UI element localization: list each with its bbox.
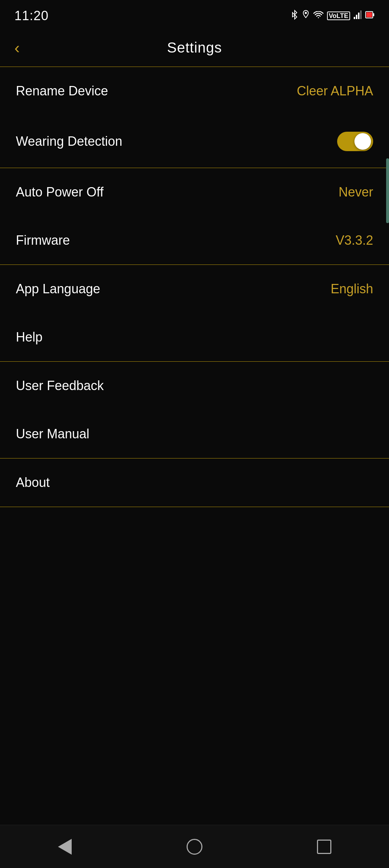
power-section: Auto Power Off Never Firmware V3.3.2 xyxy=(0,168,389,265)
auto-power-off-item[interactable]: Auto Power Off Never xyxy=(0,168,389,216)
location-icon xyxy=(302,10,310,22)
toggle-knob xyxy=(354,133,371,150)
svg-rect-7 xyxy=(373,13,374,16)
header: ‹ Settings xyxy=(0,29,389,67)
back-button[interactable]: ‹ xyxy=(14,40,20,56)
battery-icon xyxy=(365,10,375,22)
nav-back-icon xyxy=(58,839,72,855)
page-title: Settings xyxy=(167,40,222,56)
nav-home-icon xyxy=(187,839,202,855)
svg-rect-2 xyxy=(354,17,355,19)
user-manual-label: User Manual xyxy=(16,426,89,442)
bluetooth-icon xyxy=(291,10,298,22)
settings-list: Rename Device Cleer ALPHA Wearing Detect… xyxy=(0,67,389,825)
firmware-value: V3.3.2 xyxy=(336,233,373,248)
nav-back-button[interactable] xyxy=(52,834,77,859)
firmware-item[interactable]: Firmware V3.3.2 xyxy=(0,216,389,265)
device-section: Rename Device Cleer ALPHA Wearing Detect… xyxy=(0,67,389,168)
volte-icon: VoLTE xyxy=(327,12,350,20)
rename-device-value: Cleer ALPHA xyxy=(297,83,373,99)
wearing-detection-item[interactable]: Wearing Detection xyxy=(0,115,389,168)
nav-recent-icon xyxy=(317,840,331,854)
bottom-spacer xyxy=(0,507,389,825)
nav-home-button[interactable] xyxy=(182,834,207,859)
status-icons: VoLTE xyxy=(291,10,375,22)
help-label: Help xyxy=(16,330,43,345)
svg-rect-4 xyxy=(358,13,359,19)
help-item[interactable]: Help xyxy=(0,313,389,361)
support-section: User Feedback User Manual xyxy=(0,362,389,458)
wifi-icon xyxy=(313,10,323,22)
nav-bar xyxy=(0,825,389,868)
svg-rect-8 xyxy=(366,12,372,17)
wearing-detection-label: Wearing Detection xyxy=(16,134,122,149)
svg-rect-3 xyxy=(356,15,357,19)
user-feedback-label: User Feedback xyxy=(16,378,104,393)
user-feedback-item[interactable]: User Feedback xyxy=(0,362,389,410)
nav-recent-button[interactable] xyxy=(312,834,337,859)
auto-power-off-value: Never xyxy=(339,185,373,200)
rename-device-item[interactable]: Rename Device Cleer ALPHA xyxy=(0,67,389,115)
app-language-label: App Language xyxy=(16,281,100,297)
svg-point-1 xyxy=(305,12,307,14)
app-language-item[interactable]: App Language English xyxy=(0,265,389,313)
svg-rect-5 xyxy=(360,10,362,19)
scroll-indicator xyxy=(386,158,389,223)
about-section: About xyxy=(0,458,389,507)
signal-icon xyxy=(354,10,362,22)
status-bar: 11:20 VoLTE xyxy=(0,0,389,29)
rename-device-label: Rename Device xyxy=(16,83,108,99)
wearing-detection-toggle[interactable] xyxy=(337,132,373,151)
about-label: About xyxy=(16,475,50,490)
about-item[interactable]: About xyxy=(0,458,389,507)
firmware-label: Firmware xyxy=(16,233,70,248)
auto-power-off-label: Auto Power Off xyxy=(16,185,103,200)
user-manual-item[interactable]: User Manual xyxy=(0,410,389,458)
app-language-value: English xyxy=(331,281,373,297)
app-section: App Language English Help xyxy=(0,265,389,362)
status-time: 11:20 xyxy=(14,8,49,23)
